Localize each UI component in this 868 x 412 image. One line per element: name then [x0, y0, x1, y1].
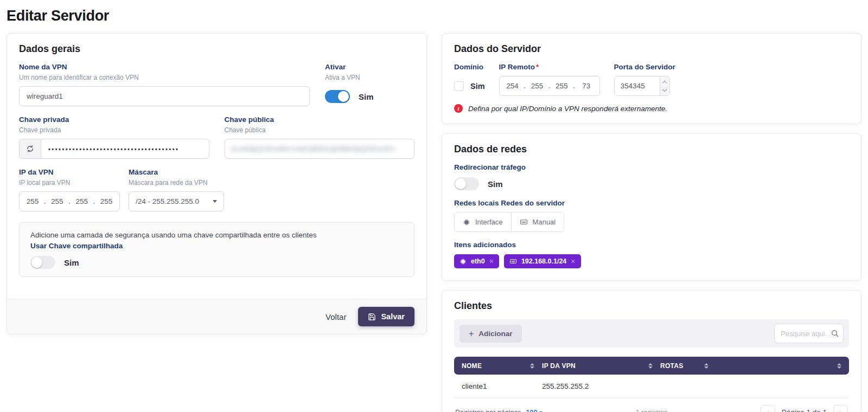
column-header-ip[interactable]: IP DA VPN	[542, 362, 660, 370]
column-header-nome[interactable]: NOME	[462, 362, 542, 370]
port-stepper[interactable]	[660, 76, 669, 95]
sort-arrows-icon[interactable]	[837, 363, 841, 369]
per-page-select[interactable]: 100	[526, 409, 543, 412]
save-button[interactable]: Salvar	[358, 307, 414, 326]
general-card-footer: Voltar Salvar	[7, 299, 426, 334]
ip-dot: .	[93, 197, 95, 205]
remote-ip-label: IP Remoto*	[499, 62, 600, 72]
public-key-label: Chave pública	[225, 115, 415, 125]
chevron-up-icon[interactable]	[662, 80, 667, 85]
domain-checkbox-label: Sim	[470, 82, 485, 91]
caret-down-icon	[213, 200, 217, 203]
close-icon[interactable]: ×	[489, 258, 494, 265]
column-header-actions[interactable]	[716, 363, 841, 369]
activate-label: Ativar	[325, 62, 414, 72]
remote-ip-octet[interactable]: 254	[506, 82, 520, 90]
regenerate-key-button[interactable]	[20, 139, 41, 158]
sort-arrows-icon[interactable]	[704, 363, 709, 369]
sort-arrows-icon[interactable]	[530, 363, 534, 369]
general-data-card: Dados gerais Nome da VPN Um nome para id…	[7, 33, 427, 334]
private-key-field[interactable]: ••••••••••••••••••••••••••••••••••••••	[19, 139, 209, 159]
column-header-rotas[interactable]: ROTAS	[660, 362, 716, 370]
added-items-label: Itens adicionados	[454, 240, 849, 250]
server-port-input[interactable]	[615, 76, 660, 95]
vpn-ip-octet[interactable]: 255	[25, 197, 40, 205]
plus-icon: +	[469, 330, 474, 337]
refresh-icon	[26, 145, 34, 153]
redirect-traffic-label: Redirecionar tráfego	[454, 163, 849, 172]
page-indicator: Página 1 de 1	[782, 408, 827, 412]
vpn-ip-input[interactable]: 255 . 255 . 255 . 255	[19, 191, 120, 211]
mask-label: Máscara	[129, 168, 224, 177]
per-page-label: Registros por páginas	[455, 409, 521, 412]
table-row[interactable]: cliente1 255.255.255.2	[454, 375, 849, 398]
redirect-traffic-toggle-label: Sim	[488, 179, 503, 189]
domain-checkbox[interactable]	[454, 81, 464, 91]
server-port-field[interactable]	[614, 76, 670, 96]
private-key-masked-value: ••••••••••••••••••••••••••••••••••••••	[41, 139, 186, 158]
chevron-down-icon[interactable]	[662, 87, 667, 91]
redirect-traffic-toggle[interactable]	[454, 177, 479, 190]
info-circle-icon: i	[454, 104, 463, 113]
add-client-button-label: Adicionar	[478, 330, 512, 338]
network-card-title: Dados de redes	[454, 144, 849, 155]
client-routes-cell	[660, 382, 716, 390]
clients-card: Clientes + Adicionar	[442, 290, 861, 412]
clients-card-title: Clientes	[454, 300, 849, 312]
server-note-text: Defina por qual IP/Domínio a VPN respond…	[468, 105, 667, 113]
shared-key-label: Usar Chave compartilhada	[30, 241, 403, 251]
remote-ip-octet[interactable]: 73	[579, 82, 593, 90]
remote-ip-octet[interactable]: 255	[530, 82, 544, 90]
remote-ip-octet[interactable]: 255	[554, 82, 569, 90]
server-data-card: Dados do Servidor Domínio Sim	[442, 33, 861, 124]
shared-key-toggle-label: Sim	[64, 258, 79, 267]
prev-page-button[interactable]: ‹	[761, 405, 775, 412]
added-item-tag-network[interactable]: 192.168.0.1/24 ×	[504, 254, 581, 268]
vpn-name-label: Nome da VPN	[19, 62, 310, 72]
client-name-cell: cliente1	[462, 382, 542, 390]
general-card-title: Dados gerais	[19, 43, 414, 55]
page-title: Editar Servidor	[7, 8, 861, 24]
added-item-tag-eth0[interactable]: eth0 ×	[454, 254, 499, 268]
vpn-name-input[interactable]	[19, 86, 310, 106]
public-key-blurred-value: kLmN0pQrStUvWxYzAbCdEfGh1jK9MnOpQrStUvX0…	[232, 145, 396, 153]
vpn-name-hint: Um nome para identificar a conexão VPN	[19, 73, 310, 82]
chevron-right-icon: ›	[839, 408, 842, 412]
shared-key-toggle[interactable]	[30, 256, 55, 269]
shared-key-box: Adicione uma camada de segurança usando …	[19, 222, 414, 277]
client-ip-cell: 255.255.255.2	[542, 382, 660, 390]
floppy-save-icon	[368, 313, 376, 321]
records-count: 1 registros	[636, 409, 667, 412]
close-icon[interactable]: ×	[571, 258, 575, 265]
vpn-ip-octet[interactable]: 255	[50, 197, 64, 205]
vpn-ip-octet[interactable]: 255	[75, 197, 89, 205]
mask-hint: Máscara para rede da VPN	[129, 178, 224, 188]
next-page-button[interactable]: ›	[833, 405, 848, 412]
save-button-label: Salvar	[381, 312, 405, 321]
shared-key-description: Adicione uma camada de segurança usando …	[30, 230, 403, 241]
remote-ip-input[interactable]: 254 . 255 . 255 . 73	[499, 76, 600, 96]
activate-toggle-label: Sim	[359, 92, 374, 101]
mask-selected-value: /24 - 255.255.255.0	[136, 197, 199, 205]
sort-arrows-icon[interactable]	[648, 363, 653, 369]
tag-label: eth0	[471, 258, 485, 265]
ip-dot: .	[68, 197, 71, 205]
keyboard-icon	[509, 258, 517, 265]
private-key-label: Chave privada	[19, 115, 209, 125]
ip-dot: .	[524, 82, 526, 90]
clients-toolbar: + Adicionar	[454, 319, 849, 347]
vpn-ip-octet[interactable]: 255	[99, 197, 113, 205]
activate-toggle[interactable]	[325, 90, 350, 103]
manual-button[interactable]: Manual	[511, 213, 564, 231]
back-button[interactable]: Voltar	[326, 312, 346, 321]
interface-button[interactable]: Interface	[455, 213, 511, 231]
server-card-title: Dados do Servidor	[454, 43, 849, 55]
clients-table: NOME IP DA VPN ROTAS	[454, 357, 849, 398]
mask-select[interactable]: /24 - 255.255.255.0	[129, 191, 224, 211]
add-client-button[interactable]: + Adicionar	[459, 325, 522, 343]
manual-button-label: Manual	[533, 218, 556, 226]
tag-label: 192.168.0.1/24	[521, 258, 566, 265]
chip-icon	[463, 218, 470, 226]
domain-label: Domínio	[454, 62, 485, 72]
ip-dot: .	[548, 82, 551, 90]
